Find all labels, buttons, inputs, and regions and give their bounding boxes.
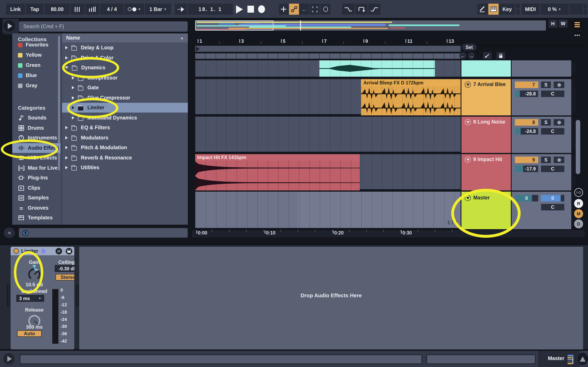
returns-section-button[interactable]: R	[574, 199, 583, 208]
save-preset-button[interactable]	[66, 248, 72, 254]
track-1-clip[interactable]	[319, 60, 435, 77]
volume-box[interactable]: -28.8	[515, 91, 538, 97]
clip-body[interactable]	[195, 161, 360, 191]
master-pan-c-box[interactable]: C	[541, 204, 564, 210]
volume-box[interactable]: -24.8	[515, 128, 538, 134]
delay-section-button[interactable]: D	[574, 219, 583, 228]
track-9-header[interactable]: 9 Impact Hit	[461, 154, 511, 191]
sidebar-item-max-for-live[interactable]: Max for Live	[12, 163, 61, 173]
mixer-section-button[interactable]: M	[574, 209, 583, 218]
sidebar-item-blue[interactable]: Blue	[12, 71, 61, 80]
height-zoom-button[interactable]: H	[548, 20, 557, 28]
master-pan-box[interactable]: 0	[541, 195, 564, 201]
computer-midi-keyboard-button[interactable]	[488, 4, 499, 15]
overview-zoom-window[interactable]	[195, 20, 274, 31]
list-item-eq-filters[interactable]: EQ & Filters	[62, 123, 188, 133]
back-to-arrangement-button[interactable]: ←	[300, 4, 309, 15]
master-volume-box[interactable]: 0	[515, 195, 538, 201]
sidebar-item-gray[interactable]: Gray	[12, 81, 61, 91]
list-item-delay-loop[interactable]: Delay & Loop	[62, 43, 188, 53]
list-item-drive-color[interactable]: Drive & Color	[62, 53, 188, 63]
link-button[interactable]: Link	[6, 4, 25, 15]
show-hide-views-button[interactable]	[577, 353, 588, 365]
solo-button[interactable]: S	[541, 82, 551, 88]
pan-box[interactable]: C	[541, 166, 564, 172]
list-item-reverb-resonance[interactable]: Reverb & Resonance	[62, 153, 188, 163]
list-item-limiter[interactable]: Limiter	[62, 103, 188, 113]
new-midi-clip-button[interactable]	[279, 4, 288, 15]
list-item-dynamics[interactable]: Dynamics	[62, 63, 188, 73]
sidebar-item-audio-effects[interactable]: Audio Effects	[12, 143, 61, 153]
stereo-mode-button[interactable]: Stereo	[56, 274, 74, 281]
arm-button[interactable]	[554, 82, 564, 88]
ceiling-value-box[interactable]: -0.30 dB	[55, 265, 74, 272]
release-value[interactable]: 300 ms	[20, 324, 49, 330]
sidebar-item-plug-ins[interactable]: Plug-Ins	[12, 173, 61, 183]
track-8-header[interactable]: 8 Long Noise	[461, 117, 511, 153]
sidebar-item-templates[interactable]: Templates	[12, 213, 61, 223]
track-1-header[interactable]	[461, 60, 511, 77]
scrub-area[interactable]	[195, 46, 461, 53]
lookahead-select[interactable]: 3 ms▼	[16, 295, 44, 302]
browser-toggle-button[interactable]	[4, 20, 15, 32]
sidebar-item-grooves[interactable]: ≈Grooves	[12, 203, 61, 213]
clip-title-bar[interactable]: Arrival Bleep FX D 172bpm	[361, 79, 461, 86]
follow-circle-button[interactable]	[320, 4, 330, 15]
key-map-button[interactable]: Key	[499, 4, 515, 15]
draw-mode-button[interactable]	[477, 4, 488, 15]
sidebar-item-sounds[interactable]: Sounds	[12, 113, 61, 123]
groove-amount-button[interactable]: ▼	[125, 4, 144, 15]
pan-box[interactable]: C	[541, 128, 564, 134]
clip-body[interactable]	[361, 86, 461, 115]
play-button[interactable]	[236, 5, 243, 13]
loop-button[interactable]	[355, 4, 367, 15]
sidebar-item-drums[interactable]: Drums	[12, 123, 61, 133]
arrangement-overview[interactable]	[195, 20, 546, 31]
arrangement-position-field[interactable]: 18. 1. 1	[188, 4, 233, 15]
track-number-box[interactable]: 7	[515, 82, 538, 88]
solo-button[interactable]: S	[541, 119, 551, 125]
time-ruler[interactable]	[192, 229, 585, 237]
track-number-box[interactable]: 9	[515, 157, 538, 163]
clip-title-bar[interactable]: Impact Hit FX 141bpm	[195, 154, 360, 161]
sidebar-item-yellow[interactable]: Yellow	[12, 50, 61, 60]
mixer-sections-button[interactable]	[572, 19, 583, 30]
automation-mode-button[interactable]	[289, 4, 299, 15]
list-item-glue-compressor[interactable]: Glue Compressor	[62, 93, 188, 103]
device-title-bar[interactable]: Limiter ⇄	[11, 247, 74, 255]
gain-knob[interactable]	[25, 265, 43, 283]
width-zoom-button[interactable]: W	[559, 20, 568, 28]
io-section-button[interactable]: I·O	[574, 188, 583, 197]
sidebar-item-green[interactable]: Green	[12, 60, 61, 70]
track-fold-button[interactable]	[465, 82, 471, 88]
set-locator-button[interactable]: Set	[462, 44, 476, 50]
clip-impact-hit[interactable]: Impact Hit FX 141bpm	[195, 154, 360, 191]
nudge-down-button[interactable]	[71, 4, 85, 15]
arm-button[interactable]	[554, 119, 564, 125]
track-number-box[interactable]: 8	[515, 119, 538, 125]
track-fold-button[interactable]	[465, 119, 471, 125]
follow-button[interactable]	[175, 4, 187, 15]
cpu-meter[interactable]: 0 %▼	[540, 4, 569, 15]
device-activator-button[interactable]	[13, 248, 19, 254]
tempo-field[interactable]: 80.00	[44, 4, 70, 15]
prev-locator-button[interactable]: ←	[459, 52, 466, 59]
browser-list-header[interactable]: Name ▲	[62, 33, 188, 42]
arm-button[interactable]	[554, 157, 564, 163]
device-chain-handle[interactable]	[9, 284, 10, 307]
list-item-pitch-modulation[interactable]: Pitch & Modulation	[62, 143, 188, 152]
master-track-header[interactable]: Master	[461, 192, 511, 229]
mixer-thumbnail[interactable]	[567, 354, 574, 365]
stop-button[interactable]	[247, 6, 254, 13]
nudge-up-button[interactable]	[85, 4, 99, 15]
loop-marker-bar[interactable]	[195, 53, 461, 59]
midi-map-button[interactable]: MIDI	[521, 4, 539, 15]
tap-tempo-button[interactable]: Tap	[26, 4, 44, 15]
automation-fade-button[interactable]	[483, 52, 492, 59]
sidebar-item-favorites[interactable]: Favorites	[12, 40, 61, 50]
sidebar-item-instruments[interactable]: Instruments	[12, 133, 61, 143]
list-item-multiband-dynamics[interactable]: Multiband Dynamics	[62, 113, 188, 123]
solo-button[interactable]: S	[541, 157, 551, 163]
volume-box[interactable]: -17.9	[515, 166, 538, 172]
preview-play-button[interactable]	[3, 353, 15, 365]
